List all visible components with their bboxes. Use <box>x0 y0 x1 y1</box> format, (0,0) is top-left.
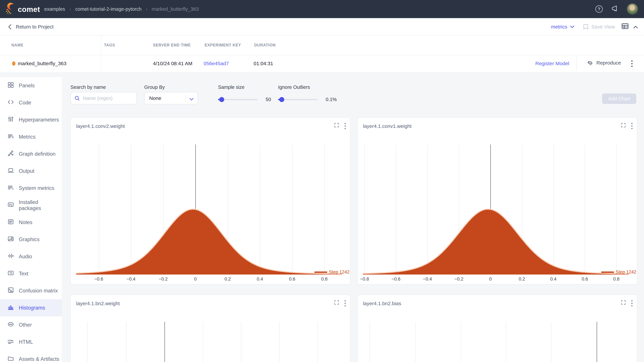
ignore-outliers-control: Ignore Outliers 0.1% <box>278 84 337 102</box>
group-by-control: Group By None <box>144 84 198 104</box>
zero-gridline <box>597 322 597 362</box>
experiment-key-link[interactable]: 056e45ad7 <box>204 61 229 66</box>
expand-icon[interactable] <box>334 123 339 129</box>
plot-area: −0.8−0.6−0.4−0.200.20.40.60.8Step 1242 <box>363 144 629 275</box>
sample-size-control: Sample size 50 <box>218 84 271 102</box>
x-axis-tick: 0.2 <box>519 277 525 282</box>
announcements-icon[interactable] <box>611 4 619 14</box>
gridline <box>416 322 416 362</box>
gridline <box>506 322 506 362</box>
sidebar-item-graph-definition[interactable]: Graph definition <box>0 145 62 163</box>
x-axis-tick: −0.6 <box>392 277 400 282</box>
x-axis-tick: 0.6 <box>582 277 588 282</box>
row-menu-kebab-icon[interactable] <box>629 59 635 69</box>
gridline <box>461 322 461 362</box>
chart-title: layer4.1.bn2.weight <box>76 301 120 306</box>
sidebar-item-system-metrics[interactable]: System metrics <box>0 180 62 197</box>
histogram-panel: layer4.1.bn2.bias <box>357 295 637 362</box>
x-axis-tick: 0 <box>489 277 492 282</box>
sidebar-item-text[interactable]: Tt Text <box>0 265 62 282</box>
sidebar-item-notes[interactable]: Notes <box>0 214 62 231</box>
sidebar-item-other[interactable]: Other <box>0 317 62 334</box>
expand-icon[interactable] <box>621 123 626 129</box>
help-icon[interactable]: ? <box>595 5 603 13</box>
breadcrumb-separator-icon: › <box>146 6 148 12</box>
sidebar-item-output[interactable]: Output <box>0 163 62 180</box>
experiment-row: marked_butterfly_363 4/10/24 08:41 AM 05… <box>0 55 644 72</box>
chart-menu-kebab-icon[interactable] <box>631 123 633 131</box>
col-server-end-time: SERVER END TIME <box>153 43 191 47</box>
actions-divider <box>576 57 577 71</box>
sidebar-item-assets-artifacts[interactable]: Assets & Artifacts <box>0 351 62 362</box>
sample-size-slider[interactable] <box>218 99 258 100</box>
notes-icon <box>8 218 14 226</box>
slider-thumb[interactable] <box>279 97 284 102</box>
search-input[interactable] <box>83 95 130 101</box>
experiment-end-time: 4/10/24 08:41 AM <box>153 61 192 66</box>
sidebar-item-installed-packages[interactable]: Py Installed packages <box>0 197 62 214</box>
sidebar-item-histograms[interactable]: Histograms <box>0 299 62 317</box>
group-by-select[interactable]: None <box>144 92 198 104</box>
plot-area: −0.6−0.4−0.200.20.40.60.8Step 1242 <box>76 144 342 275</box>
sidebar-item-metrics[interactable]: Metrics <box>0 128 62 145</box>
user-avatar[interactable] <box>627 3 638 14</box>
step-legend: Step 1242 <box>314 270 350 275</box>
folder-icon <box>8 355 14 362</box>
register-model-button[interactable]: Register Model <box>535 61 569 66</box>
col-name: NAME <box>12 43 24 47</box>
x-axis-tick: 0.8 <box>321 277 328 282</box>
svg-text:HTML: HTML <box>8 339 14 342</box>
text-icon: Tt <box>8 270 14 278</box>
svg-text:Py: Py <box>9 203 12 206</box>
x-axis-tick: 0.8 <box>613 277 620 282</box>
image-icon <box>8 236 14 244</box>
ignore-outliers-slider[interactable] <box>278 99 318 100</box>
sidebar-item-confusion-matrix[interactable]: Confusion matrix <box>0 282 62 299</box>
x-axis-tick: −0.4 <box>423 277 432 282</box>
add-chart-button[interactable]: Add Chart <box>602 93 636 104</box>
search-label: Search by name <box>70 84 137 90</box>
chart-title: layer4.1.conv2.weight <box>76 123 125 129</box>
table-layout-icon[interactable] <box>622 23 628 30</box>
chart-menu-kebab-icon[interactable] <box>344 123 346 131</box>
breadcrumb-project[interactable]: comet-tutorial-2-image-pytorch <box>75 6 142 12</box>
breadcrumb-workspace[interactable]: examples <box>44 6 65 12</box>
experiment-name[interactable]: marked_butterfly_363 <box>18 61 66 66</box>
svg-text:Tt: Tt <box>10 272 12 275</box>
collapse-table-icon[interactable] <box>633 24 638 30</box>
sidebar-item-hyperparameters[interactable]: Hyperparameters <box>0 111 62 128</box>
chevron-down-icon <box>570 25 574 28</box>
sidebar-item-graphics[interactable]: Graphics <box>0 231 62 248</box>
chart-title: layer4.1.bn2.bias <box>363 301 401 306</box>
sidebar-item-panels[interactable]: Panels <box>0 77 62 94</box>
other-icon <box>8 321 14 329</box>
density-curve <box>363 144 629 275</box>
breadcrumb: examples › comet-tutorial-2-image-pytorc… <box>44 0 199 18</box>
chart-menu-kebab-icon[interactable] <box>631 300 633 308</box>
save-view-button[interactable]: Save View <box>583 18 615 35</box>
sidebar-item-code[interactable]: Code <box>0 94 62 111</box>
histogram-panel: layer4.1.conv1.weight −0.8−0.6−0.4−0.200… <box>357 117 637 285</box>
return-to-project-button[interactable]: Return to Project <box>8 18 54 35</box>
view-selector-dropdown[interactable]: metrics <box>551 18 574 35</box>
slider-thumb[interactable] <box>219 97 224 102</box>
gridline <box>279 322 280 362</box>
sidebar: Panels Code Hyperparameters Metrics Grap… <box>0 77 62 362</box>
fingerprint-icon <box>587 60 593 66</box>
sample-size-label: Sample size <box>218 84 271 90</box>
group-by-label: Group By <box>144 84 198 90</box>
experiment-status-dot <box>12 61 16 66</box>
expand-icon[interactable] <box>621 300 626 306</box>
sidebar-item-audio[interactable]: Audio <box>0 248 62 265</box>
zero-gridline <box>164 322 165 362</box>
charts-grid: layer4.1.conv2.weight −0.6−0.4−0.200.20.… <box>70 117 637 362</box>
expand-icon[interactable] <box>334 300 339 306</box>
chart-menu-kebab-icon[interactable] <box>344 300 346 308</box>
comet-logo[interactable]: comet <box>5 2 40 17</box>
density-curve <box>76 144 342 275</box>
sidebar-item-html[interactable]: HTML HTML <box>0 334 62 351</box>
panels-icon <box>8 82 14 90</box>
reproduce-button[interactable]: Reproduce <box>587 60 621 66</box>
x-axis-tick: 0.2 <box>224 277 231 282</box>
breadcrumb-experiment: marked_butterfly_363 <box>152 6 199 12</box>
